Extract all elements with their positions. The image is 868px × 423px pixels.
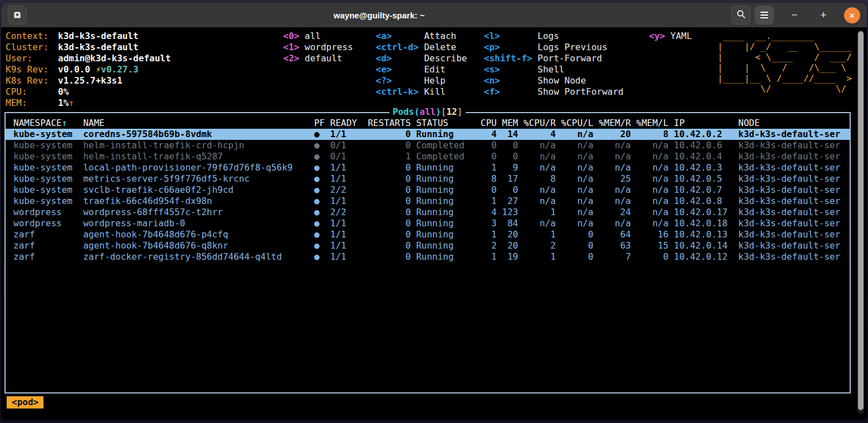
table-cell: Completed — [416, 140, 475, 151]
pod-row[interactable]: kube-systemlocal-path-provisioner-79f67d… — [6, 162, 850, 173]
table-cell: zarf — [13, 240, 83, 251]
table-cell: n/a — [593, 162, 631, 173]
new-tab-button[interactable] — [8, 6, 27, 25]
table-cell: 10.42.0.8 — [674, 196, 739, 207]
pod-row[interactable]: kube-systemcoredns-597584b69b-8vdmk●1/10… — [6, 129, 850, 140]
table-cell: 8 — [631, 129, 668, 140]
table-cell: 1/1 — [330, 240, 367, 251]
table-cell: n/a — [518, 218, 555, 229]
table-cell: 123 — [497, 207, 518, 218]
pod-row[interactable]: kube-systemsvclb-traefik-c66ae0f2-jh9cd●… — [6, 184, 850, 196]
window-title: wayne@guilty-spark: ~ — [27, 11, 731, 20]
hotkey: <1>wordpress — [283, 42, 353, 53]
table-cell: Running — [416, 196, 475, 207]
table-cell: 2/2 — [330, 207, 367, 218]
table-cell: n/a — [593, 140, 631, 151]
table-cell: kube-system — [13, 162, 83, 173]
table-cell: kube-system — [13, 140, 83, 151]
minimize-button[interactable]: − — [786, 7, 803, 23]
table-cell: 0 — [631, 251, 668, 262]
scrollbar-thumb[interactable] — [858, 31, 864, 410]
table-cell: 0 — [556, 251, 593, 262]
pod-row[interactable]: zarfagent-hook-7b4648d676-p4cfq●1/10Runn… — [6, 229, 850, 240]
table-cell: zarf — [13, 251, 83, 262]
maximize-button[interactable]: + — [815, 7, 832, 23]
table-cell: 10.42.0.4 — [674, 151, 739, 162]
table-cell: 0 — [368, 140, 411, 151]
table-cell: 10.42.0.12 — [674, 251, 739, 262]
table-cell: wordpress-mariadb-0 — [83, 218, 314, 229]
table-cell: 64 — [593, 229, 631, 240]
table-cell: 2 — [518, 240, 555, 251]
titlebar: wayne@guilty-spark: ~ − + × — [1, 3, 867, 27]
cluster-info-row: User:admin@k3d-k3s-default — [6, 53, 171, 64]
table-cell: 1 — [475, 251, 497, 262]
table-cell: 1/1 — [330, 251, 367, 262]
table-cell: 1 — [475, 229, 497, 240]
table-cell: 2/2 — [330, 184, 367, 196]
pf-dot-icon: ● — [314, 129, 330, 140]
hotkey: <y>YAML — [649, 31, 692, 42]
search-button[interactable] — [731, 6, 750, 25]
table-cell: 25 — [593, 173, 631, 184]
table-cell: n/a — [556, 196, 593, 207]
pod-row[interactable]: zarfzarf-docker-registry-856dd74644-q4lt… — [6, 251, 850, 262]
column-header: %CPU/R — [518, 118, 555, 129]
table-cell: 8 — [518, 173, 555, 184]
pod-row[interactable]: kube-systemmetrics-server-5f9f776df5-krc… — [6, 173, 850, 184]
pod-row[interactable]: zarfagent-hook-7b4648d676-q8knr●1/10Runn… — [6, 240, 850, 251]
terminal-window: wayne@guilty-spark: ~ − + × Context:k3d-… — [1, 3, 867, 420]
table-cell: 1/1 — [330, 196, 367, 207]
table-cell: 0 — [368, 251, 411, 262]
table-cell: Running — [416, 207, 475, 218]
menu-button[interactable] — [755, 6, 774, 25]
table-cell: k3d-k3s-default-ser — [738, 140, 846, 151]
new-tab-icon — [12, 9, 22, 21]
scrollbar — [857, 31, 864, 414]
table-cell: Running — [416, 240, 475, 251]
table-cell: kube-system — [13, 196, 83, 207]
pod-row[interactable]: kube-systemtraefik-66c46d954f-dx98n●1/10… — [6, 196, 850, 207]
table-cell: n/a — [631, 184, 668, 196]
column-header: MEM — [497, 118, 518, 129]
column-header: CPU — [475, 118, 497, 129]
table-cell: 14 — [497, 129, 518, 140]
table-cell: 0 — [497, 184, 518, 196]
pod-row[interactable]: wordpresswordpress-mariadb-0●1/10Running… — [6, 218, 850, 229]
table-cell: 1/1 — [330, 218, 367, 229]
pod-row[interactable]: wordpresswordpress-68fff4557c-t2hrr●2/20… — [6, 207, 850, 218]
table-cell: 1/1 — [330, 129, 367, 140]
table-cell: 0/1 — [330, 151, 367, 162]
table-cell: n/a — [593, 184, 631, 196]
table-cell: n/a — [556, 207, 593, 218]
table-cell: n/a — [593, 196, 631, 207]
table-cell: 16 — [631, 229, 668, 240]
close-button[interactable]: × — [844, 7, 860, 23]
table-cell: Running — [416, 129, 475, 140]
pod-row[interactable]: kube-systemhelm-install-traefik-q5287●0/… — [6, 151, 850, 162]
table-cell: n/a — [631, 207, 668, 218]
table-cell: kube-system — [13, 129, 83, 140]
table-cell: n/a — [518, 140, 555, 151]
table-cell: 10.42.0.6 — [674, 140, 739, 151]
cluster-info-row: Cluster:k3d-k3s-default — [6, 42, 171, 53]
pod-row[interactable]: kube-systemhelm-install-traefik-crd-hcpj… — [6, 140, 850, 151]
table-cell: n/a — [556, 173, 593, 184]
search-icon — [736, 9, 746, 21]
column-header: READY — [330, 118, 367, 129]
table-cell: traefik-66c46d954f-dx98n — [83, 196, 314, 207]
table-cell: 17 — [497, 173, 518, 184]
table-cell: 0 — [497, 140, 518, 151]
table-cell: n/a — [518, 184, 555, 196]
table-cell: 1 — [518, 229, 555, 240]
cluster-info-row: Context:k3d-k3s-default — [6, 31, 171, 42]
table-cell: 10.42.0.13 — [674, 229, 739, 240]
table-cell: k3d-k3s-default-ser — [738, 207, 846, 218]
table-cell: 10.42.0.7 — [674, 184, 739, 196]
table-cell: n/a — [631, 218, 668, 229]
hotkey: <p>Logs Previous — [484, 42, 623, 53]
table-cell: 0 — [475, 184, 497, 196]
table-cell: 0 — [497, 151, 518, 162]
table-cell: wordpress — [13, 207, 83, 218]
table-cell: Running — [416, 251, 475, 262]
